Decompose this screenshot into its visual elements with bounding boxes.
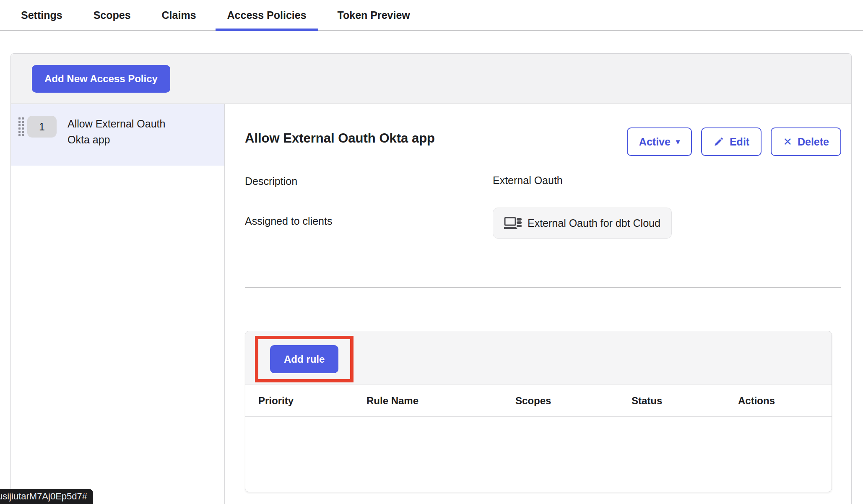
tab-label: Settings (21, 9, 62, 21)
policy-detail-header: Allow External Oauth Okta app Active ▾ (245, 127, 841, 156)
tab-claims[interactable]: Claims (150, 0, 208, 30)
pencil-icon (713, 136, 724, 147)
client-chip[interactable]: External Oauth for dbt Cloud (493, 208, 672, 239)
policy-priority-badge: 1 (27, 116, 57, 138)
status-dropdown-button[interactable]: Active ▾ (627, 127, 692, 156)
tab-access-policies[interactable]: Access Policies (216, 0, 318, 30)
column-scopes: Scopes (515, 395, 632, 407)
access-policies-panel: Add New Access Policy 1 Allow External O… (10, 53, 852, 504)
policy-list-sidebar: 1 Allow External Oauth Okta app (11, 104, 225, 504)
column-priority: Priority (258, 395, 367, 407)
tab-bar: Settings Scopes Claims Access Policies T… (0, 0, 863, 31)
rules-table-header: Priority Rule Name Scopes Status Actions (245, 385, 832, 417)
policy-action-buttons: Active ▾ Edit ✕ De (627, 127, 841, 156)
delete-button[interactable]: ✕ Delete (771, 127, 841, 156)
tab-label: Scopes (94, 9, 131, 21)
edit-label: Edit (730, 136, 749, 148)
tab-token-preview[interactable]: Token Preview (326, 0, 422, 30)
tab-label: Claims (162, 9, 196, 21)
client-app-icon (504, 216, 522, 231)
caret-down-icon: ▾ (676, 138, 680, 145)
section-divider (245, 287, 841, 288)
tab-scopes[interactable]: Scopes (82, 0, 143, 30)
description-value: External Oauth (493, 174, 841, 187)
status-label: Active (639, 136, 671, 148)
client-chip-label: External Oauth for dbt Cloud (528, 217, 660, 229)
delete-label: Delete (798, 136, 829, 148)
add-new-access-policy-button[interactable]: Add New Access Policy (32, 65, 170, 93)
edit-button[interactable]: Edit (701, 127, 762, 156)
policy-name-label: Allow External Oauth Okta app (68, 116, 173, 148)
policy-detail: Allow External Oauth Okta app Active ▾ (225, 104, 851, 504)
rules-card: Add rule Priority Rule Name Scopes Statu… (245, 331, 832, 492)
description-label: Description (245, 174, 493, 187)
tab-settings[interactable]: Settings (9, 0, 74, 30)
link-status-tooltip: usijiutarM7Aj0Ep5d7# (0, 489, 93, 504)
link-status-text: usijiutarM7Aj0Ep5d7# (0, 491, 87, 502)
tab-label: Token Preview (338, 9, 410, 21)
x-icon: ✕ (783, 136, 792, 147)
policy-title: Allow External Oauth Okta app (245, 127, 435, 146)
panel-body: 1 Allow External Oauth Okta app Allow Ex… (11, 104, 851, 504)
assigned-to-clients-label: Assigned to clients (245, 208, 493, 227)
red-highlight-box: Add rule (255, 336, 354, 382)
rules-card-header: Add rule (245, 331, 832, 385)
column-actions: Actions (738, 395, 832, 407)
panel-header: Add New Access Policy (11, 54, 851, 104)
drag-handle-icon[interactable] (18, 117, 24, 136)
add-rule-button[interactable]: Add rule (270, 345, 338, 373)
column-rule-name: Rule Name (367, 395, 515, 407)
policy-list-item-selected[interactable]: 1 Allow External Oauth Okta app (11, 104, 224, 166)
tab-label: Access Policies (227, 9, 307, 21)
rules-table-body-empty (245, 417, 832, 492)
column-status: Status (632, 395, 738, 407)
policy-info-grid: Description External Oauth Assigned to c… (245, 174, 841, 239)
assigned-clients-cell: External Oauth for dbt Cloud (493, 208, 672, 239)
